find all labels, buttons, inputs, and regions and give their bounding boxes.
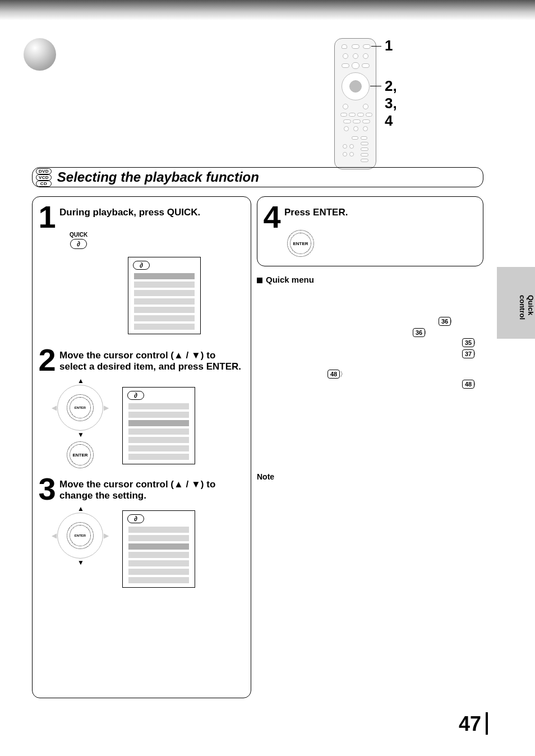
section-title: Selecting the playback function: [57, 169, 259, 185]
step-1-text: During playback, press QUICK.: [59, 207, 200, 218]
quick-menu-heading: Quick menu: [257, 275, 483, 284]
step-2-number: 2: [38, 348, 56, 372]
decorative-sphere: [24, 38, 56, 71]
osd-3: ∂: [122, 510, 195, 588]
section-title-bar: DVD VCD CD Selecting the playback functi…: [32, 167, 483, 187]
cursor-control-icon: ENTER ▲ ▼ ◀ ▶: [49, 377, 111, 439]
step-4-number: 4: [263, 205, 281, 229]
step-3-text: Move the cursor control (▲ / ▼) to chang…: [59, 479, 245, 501]
step-2-text: Move the cursor control (▲ / ▼) to selec…: [59, 350, 245, 372]
osd-2: ∂: [122, 387, 195, 464]
badge-vcd: VCD: [36, 174, 52, 181]
quick-button-icon: ∂: [70, 239, 87, 249]
step-4: 4 Press ENTER.: [263, 205, 477, 229]
quick-button-label: QUICK: [62, 232, 95, 238]
page-ref-48a: 48: [328, 370, 340, 379]
page-number: 47: [459, 712, 481, 736]
quick-menu: Quick menu 36〉 36〉 35〉 37〉 48〉 48〉: [257, 275, 483, 464]
remote-callout-1: 1: [385, 37, 393, 54]
badge-dvd: DVD: [36, 168, 52, 174]
side-tab: Quick control: [497, 267, 535, 339]
note-heading: Note: [257, 472, 274, 481]
remote-illustration: 1 2, 3, 4: [334, 38, 376, 169]
right-instruction-pane: 4 Press ENTER. ENTER: [257, 196, 483, 266]
cursor-control-icon-2: ENTER ▲ ▼ ◀ ▶: [49, 505, 111, 566]
osd-1: ∂: [128, 257, 201, 334]
square-bullet-icon: [257, 278, 262, 283]
page-number-mark: [486, 712, 488, 735]
enter-button-icon-2: ENTER: [290, 233, 311, 254]
step-3: 3 Move the cursor control (▲ / ▼) to cha…: [38, 477, 245, 501]
side-tab-label: Quick control: [518, 295, 535, 335]
top-gradient: [0, 0, 535, 20]
badge-cd: CD: [36, 181, 52, 187]
step-1-number: 1: [38, 205, 56, 229]
step-1: 1 During playback, press QUICK.: [38, 205, 245, 229]
disc-badges: DVD VCD CD: [36, 168, 52, 187]
enter-button-icon: ENTER: [70, 444, 91, 465]
remote-callout-234: 2, 3, 4: [385, 77, 397, 130]
step-2: 2 Move the cursor control (▲ / ▼) to sel…: [38, 348, 245, 372]
step-3-number: 3: [38, 477, 56, 501]
step-4-text: Press ENTER.: [284, 207, 348, 218]
left-instruction-pane: 1 During playback, press QUICK. QUICK ∂ …: [32, 196, 251, 698]
